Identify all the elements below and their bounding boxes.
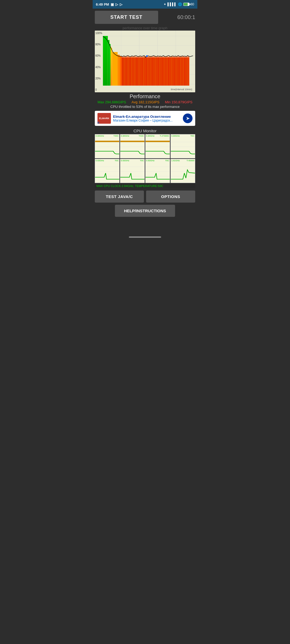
signal-icon: ▌▌▌▌ [168, 2, 177, 6]
svg-rect-65 [170, 56, 171, 86]
cpu-core-6-header: 0.63GHz T0C [146, 159, 170, 162]
battery-icon [183, 3, 189, 6]
cpu-core-3-freq: 0.84GHz [171, 135, 180, 137]
svg-rect-72 [178, 56, 178, 86]
cpu-core-2-freq: 0.84GHz [146, 135, 155, 137]
cpu-core-5-freq: 0.63GHz [121, 159, 129, 162]
svg-rect-43 [146, 57, 147, 86]
svg-rect-35 [138, 56, 138, 86]
cpu-core-7-freq: 1.61GHz [171, 159, 180, 162]
cpu-core-1-freq: 0.84GHz [121, 135, 129, 137]
ad-close-button[interactable]: ✕ [97, 121, 100, 125]
svg-rect-34 [137, 57, 137, 86]
stat-min: Min 150,879GIPS [165, 100, 193, 104]
svg-rect-89 [95, 141, 119, 142]
ad-banner[interactable]: ELMARK Elmark-Ел.апаратура Осветление Ма… [95, 111, 195, 126]
cpu-core-3-temp: T0C [190, 135, 194, 137]
svg-rect-53 [157, 56, 158, 86]
bluetooth-icon: ✦ [164, 2, 166, 6]
svg-rect-13 [110, 44, 111, 86]
ad-text: Elmark-Ел.апаратура Осветление Магазин Е… [113, 115, 181, 122]
svg-rect-55 [160, 56, 160, 86]
svg-rect-45 [148, 56, 149, 86]
svg-rect-46 [150, 56, 150, 86]
svg-rect-77 [183, 56, 184, 86]
time-display: 6:49 PM [96, 2, 109, 6]
options-button[interactable]: OPTIONS [146, 191, 195, 203]
svg-rect-44 [147, 56, 148, 86]
svg-rect-60 [165, 56, 165, 86]
svg-rect-26 [128, 56, 128, 86]
svg-rect-75 [181, 56, 182, 86]
svg-rect-48 [152, 57, 152, 86]
svg-rect-112 [146, 162, 170, 181]
graph-svg: time(interval 10min) [95, 31, 195, 92]
cpu-core-5-header: 0.63GHz T0C [120, 159, 144, 162]
cpu-grid-row2: 0.63GHz T0C 0.63GHz T0C [95, 159, 195, 183]
svg-rect-36 [139, 56, 139, 86]
svg-rect-16 [112, 52, 118, 86]
cpu-grid-row1: 0.84GHz T44C 0.84GHz T43C [95, 134, 195, 158]
nav-bar [95, 233, 195, 241]
performance-stats: Max 294,686GIPS Avg 182,115GIPS Min 150,… [95, 100, 195, 104]
cpu-core-3: 0.84GHz T0C [171, 134, 195, 158]
svg-rect-59 [164, 56, 164, 86]
test-java-button[interactable]: TEST JAVA/C [95, 191, 144, 203]
svg-rect-41 [144, 56, 145, 86]
svg-rect-11 [103, 36, 108, 86]
status-left: 6:49 PM ▣ ▷ ▷ [96, 2, 122, 6]
help-button[interactable]: HELP/INSTRUCTIONS [115, 205, 175, 217]
svg-rect-14 [111, 47, 111, 86]
cpu-core-4-chart [95, 162, 119, 181]
svg-rect-76 [182, 56, 183, 86]
svg-rect-21 [122, 57, 123, 86]
cpu-core-3-header: 0.84GHz T0C [171, 134, 195, 137]
svg-rect-81 [188, 56, 188, 86]
cpu-monitor-title: CPU Monitor [95, 129, 195, 133]
cpu-core-5-chart [120, 162, 144, 181]
bottom-buttons: TEST JAVA/C OPTIONS [95, 191, 195, 203]
svg-rect-32 [135, 56, 135, 86]
cpu-core-6: 0.63GHz T0C [145, 159, 170, 183]
cpu-core-0-freq: 0.84GHz [96, 135, 104, 137]
svg-rect-17 [118, 55, 120, 86]
svg-rect-12 [108, 40, 110, 86]
svg-rect-108 [120, 162, 144, 181]
cpu-core-0-chart [95, 137, 119, 157]
cpu-core-1-temp: T43C [139, 135, 144, 137]
ad-title: Elmark-Ел.апаратура Осветление [113, 115, 181, 119]
svg-rect-73 [179, 57, 179, 86]
svg-rect-25 [127, 56, 127, 86]
cpu-core-5: 0.63GHz T0C [120, 159, 145, 183]
svg-rect-22 [124, 56, 124, 86]
cpu-core-6-freq: 0.63GHz [146, 159, 155, 162]
svg-rect-40 [143, 56, 144, 86]
svg-rect-38 [141, 56, 142, 86]
svg-rect-56 [161, 56, 161, 86]
cpu-core-4: 0.63GHz T0C [95, 159, 119, 183]
svg-text:time(interval 10min): time(interval 10min) [171, 88, 192, 91]
cpu-core-0-temp: T44C [113, 135, 119, 137]
start-test-button[interactable]: START TEST [95, 11, 158, 24]
svg-rect-74 [180, 56, 180, 86]
cpu-core-7-temp: T-40000 [187, 159, 194, 162]
svg-rect-18 [120, 56, 121, 86]
svg-rect-24 [126, 57, 126, 86]
svg-rect-70 [176, 56, 176, 86]
cpu-core-5-temp: T0C [140, 159, 144, 162]
svg-rect-66 [171, 56, 172, 86]
svg-rect-23 [125, 56, 125, 86]
svg-rect-52 [156, 56, 157, 86]
stat-avg: Avg 182,115GIPS [132, 100, 160, 104]
svg-rect-104 [95, 162, 119, 181]
svg-rect-37 [140, 56, 140, 86]
svg-rect-61 [166, 56, 166, 86]
wifi-icon: 🌐 [178, 2, 182, 6]
cpu-core-7: 1.61GHz T-40000 [171, 159, 195, 183]
svg-rect-27 [129, 56, 129, 86]
cpu-core-0-header: 0.84GHz T44C [95, 134, 119, 137]
nav-pill [129, 236, 161, 238]
svg-rect-62 [167, 56, 168, 86]
cpu-core-4-freq: 0.63GHz [96, 159, 104, 162]
svg-rect-80 [187, 56, 187, 86]
